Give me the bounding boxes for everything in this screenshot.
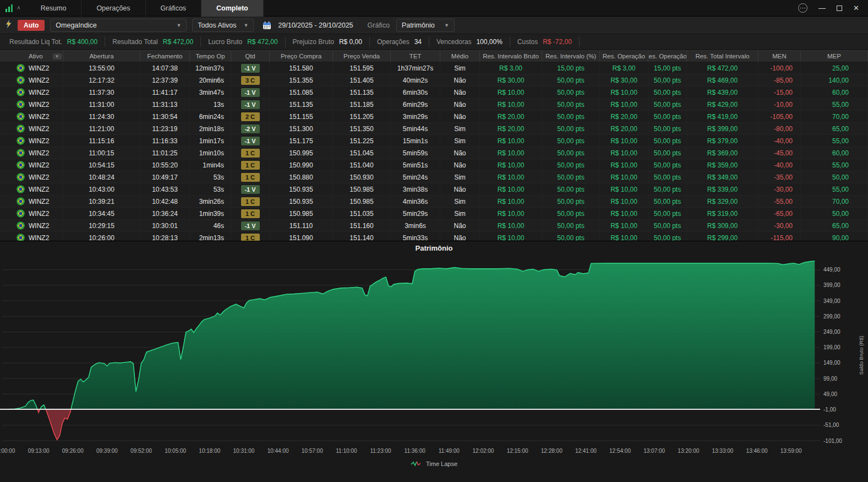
cell-tet: 40min2s <box>391 74 440 86</box>
cell-fechamento: 11:01:25 <box>140 147 190 159</box>
cell-ativo: WINZ2 <box>0 171 63 183</box>
column-header-men[interactable]: MEN <box>758 51 801 62</box>
cell-tempo: 53s <box>190 183 231 195</box>
assets-select[interactable]: Todos Ativos ▼ <box>192 19 254 32</box>
cell-ativo: WINZ2 <box>0 208 63 219</box>
x-axis-tick: 13:46:00 <box>746 448 768 454</box>
column-header-label: TET <box>410 53 422 59</box>
table-row[interactable]: WINZ211:37:3011:41:173min47s-1 V151.0851… <box>0 86 868 99</box>
cell-venda: 151.225 <box>333 135 391 147</box>
x-axis-tick: 10:05:00 <box>165 448 186 454</box>
table-row[interactable]: WINZ210:29:1510:30:0146s-1 V151.110151.1… <box>0 220 868 232</box>
column-filter-icon[interactable]: ▼ <box>53 53 62 59</box>
asset-symbol: WINZ2 <box>29 137 49 145</box>
chart-legend[interactable]: Time Lapse <box>0 461 868 467</box>
cell-tempo: 1min39s <box>190 208 231 219</box>
cell-rti: R$ 379,00 <box>687 135 758 147</box>
tab-resumo[interactable]: Resumo <box>26 0 82 17</box>
cell-rop: R$ 10,00 <box>600 232 648 241</box>
quantity-badge: -1 V <box>241 185 260 194</box>
column-header-venda[interactable]: Preço Venda <box>333 51 391 62</box>
tab-completo[interactable]: Completo <box>201 0 264 17</box>
column-header-abertura[interactable]: Abertura <box>63 51 140 62</box>
column-header-ropp[interactable]: Res. Operação ( <box>648 51 687 62</box>
chart-type-select[interactable]: Patrimônio ▼ <box>396 19 455 32</box>
cell-rti: R$ 329,00 <box>687 196 758 207</box>
column-header-rip[interactable]: Res. Intervalo (%) <box>542 51 600 62</box>
x-axis-tick: 10:44:00 <box>268 448 289 454</box>
column-header-compra[interactable]: Preço Compra <box>270 51 333 62</box>
y-axis-tick: 249,00 <box>823 329 840 335</box>
cell-medio: Não <box>440 147 480 159</box>
auto-mode-badge[interactable]: Auto <box>18 20 45 31</box>
quantity-badge: -1 V <box>241 221 260 230</box>
cell-abertura: 13:55:00 <box>63 62 140 74</box>
column-header-rib[interactable]: Res. Intervalo Bruto <box>480 51 542 62</box>
cell-compra: 151.135 <box>270 99 333 110</box>
cell-rip: 50,00 pts <box>542 220 600 231</box>
column-header-tempo[interactable]: Tempo Op <box>190 51 231 62</box>
cell-rop: R$ 30,00 <box>600 74 648 86</box>
column-header-fechamento[interactable]: Fechamento <box>140 51 190 62</box>
cell-ropp: 50,00 pts <box>648 74 687 86</box>
table-row[interactable]: WINZ211:21:0011:23:192min18s-2 V151.3001… <box>0 123 868 135</box>
stat-prejuizo-bruto: Prejuizo BrutoR$ 0,00 <box>286 37 370 47</box>
cell-tempo: 1min17s <box>190 135 231 147</box>
cell-qtd: 1 C <box>231 196 270 207</box>
cell-abertura: 12:17:32 <box>63 74 140 86</box>
cell-fechamento: 11:31:13 <box>140 99 190 110</box>
minimize-button[interactable]: — <box>818 4 826 12</box>
cell-compra: 151.355 <box>270 74 333 86</box>
strategy-select[interactable]: OmegaIndice ▼ <box>50 19 187 32</box>
tab-operacoes[interactable]: Operações <box>81 0 145 17</box>
quantity-badge: -1 V <box>241 64 260 73</box>
table-row[interactable]: WINZ211:24:3011:30:546min24s2 C151.15515… <box>0 111 868 123</box>
column-header-mep[interactable]: MEP <box>801 51 868 62</box>
calendar-icon[interactable] <box>263 21 271 30</box>
table-row[interactable]: WINZ210:43:0010:43:5353s-1 V150.935150.9… <box>0 183 868 196</box>
column-header-qtd[interactable]: Qtd <box>231 51 270 62</box>
more-options-icon[interactable]: ⋯ <box>798 3 807 13</box>
cell-tempo: 2min18s <box>190 123 231 134</box>
table-row[interactable]: WINZ211:31:0011:31:1313s-1 V151.135151.1… <box>0 99 868 111</box>
cell-compra: 151.090 <box>270 232 333 241</box>
column-header-label: Res. Intervalo (%) <box>545 53 596 59</box>
x-axis-tick: 10:57:00 <box>302 448 323 454</box>
table-row[interactable]: WINZ210:34:4510:36:241min39s1 C150.98515… <box>0 208 868 220</box>
column-header-rti[interactable]: Res. Total Intervalo <box>687 51 758 62</box>
stat-value: R$ 472,00 <box>163 38 193 46</box>
close-button[interactable]: ✕ <box>853 4 859 12</box>
cell-venda: 151.140 <box>333 232 391 241</box>
cell-qtd: -1 V <box>231 135 270 147</box>
x-axis-tick: 10:31:00 <box>233 448 255 454</box>
cell-qtd: -2 V <box>231 123 270 134</box>
table-row[interactable]: WINZ210:48:2410:49:1753s1 C150.880150.93… <box>0 171 868 183</box>
x-axis-tick: 13:20:00 <box>678 448 699 454</box>
table-row[interactable]: WINZ210:39:2110:42:483min26s1 C150.93515… <box>0 196 868 208</box>
table-row[interactable]: WINZ211:15:1611:16:331min17s-1 V151.1751… <box>0 135 868 147</box>
table-row[interactable]: WINZ210:54:1510:55:201min4s1 C150.990151… <box>0 159 868 171</box>
column-header-rop[interactable]: Res. Operação <box>600 51 648 62</box>
table-row[interactable]: WINZ213:55:0014:07:3812min37s-1 V151.580… <box>0 62 868 74</box>
cell-ativo: WINZ2 <box>0 86 63 98</box>
cell-ativo: WINZ2 <box>0 62 63 74</box>
cell-rop: R$ 10,00 <box>600 99 648 110</box>
maximize-button[interactable] <box>837 6 842 11</box>
cell-ropp: 50,00 pts <box>648 86 687 98</box>
tab-graficos[interactable]: Gráficos <box>146 0 202 17</box>
column-header-medio[interactable]: Médio <box>440 51 480 62</box>
column-header-ativo[interactable]: Ativo▼ <box>0 51 63 62</box>
date-range[interactable]: 29/10/2025 - 29/10/2025 <box>278 21 353 29</box>
table-row[interactable]: WINZ210:26:0010:28:132min13s1 C151.09015… <box>0 232 868 241</box>
cell-men: -105,00 <box>758 111 801 122</box>
table-row[interactable]: WINZ212:17:3212:37:3920min6s3 C151.35515… <box>0 74 868 86</box>
chevron-up-icon[interactable]: ˄ <box>17 5 20 11</box>
cell-men: -85,00 <box>758 74 801 86</box>
cell-abertura: 10:29:15 <box>63 220 140 231</box>
table-row[interactable]: WINZ211:00:1511:01:251min10s1 C150.99515… <box>0 147 868 159</box>
column-header-label: Res. Operação <box>603 53 645 59</box>
cell-medio: Sim <box>440 62 480 74</box>
column-header-tet[interactable]: TET <box>391 51 440 62</box>
asset-symbol: WINZ2 <box>29 89 49 96</box>
cell-fechamento: 11:30:54 <box>140 111 190 122</box>
